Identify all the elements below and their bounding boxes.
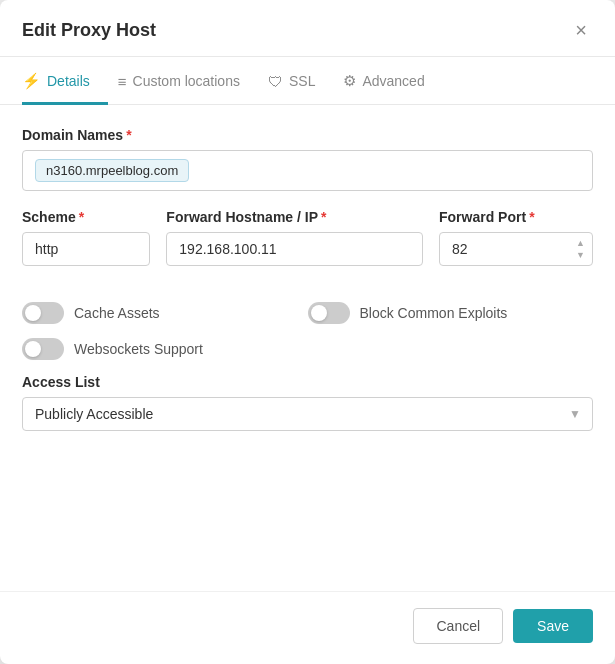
block-exploits-group: Block Common Exploits: [308, 302, 594, 324]
block-exploits-toggle[interactable]: [308, 302, 350, 324]
modal-header: Edit Proxy Host ×: [0, 0, 615, 57]
websockets-group: Websockets Support: [22, 338, 593, 360]
forward-port-label: Forward Port *: [439, 209, 593, 225]
access-list-section: Access List Publicly Accessible ▼: [22, 374, 593, 431]
tab-ssl[interactable]: 🛡 SSL: [268, 59, 333, 105]
cancel-button[interactable]: Cancel: [413, 608, 503, 644]
details-icon: ⚡: [22, 72, 41, 90]
port-decrement-button[interactable]: ▼: [574, 250, 587, 261]
websockets-toggle[interactable]: [22, 338, 64, 360]
custom-locations-icon: ≡: [118, 73, 127, 90]
modal-footer: Cancel Save: [0, 591, 615, 664]
tab-custom-locations[interactable]: ≡ Custom locations: [118, 59, 258, 105]
forward-port-input[interactable]: [439, 232, 593, 266]
tab-custom-locations-label: Custom locations: [133, 73, 240, 89]
forward-hostname-input[interactable]: [166, 232, 423, 266]
cache-assets-toggle[interactable]: [22, 302, 64, 324]
cache-assets-group: Cache Assets: [22, 302, 308, 324]
cache-assets-knob: [25, 305, 41, 321]
cache-assets-label: Cache Assets: [74, 305, 160, 321]
forward-port-group: Forward Port * ▲ ▼: [439, 209, 593, 266]
domain-names-label: Domain Names *: [22, 127, 593, 143]
access-list-select[interactable]: Publicly Accessible: [22, 397, 593, 431]
modal-body: Domain Names * n3160.mrpeelblog.com Sche…: [0, 105, 615, 591]
tab-advanced-label: Advanced: [362, 73, 424, 89]
access-list-label: Access List: [22, 374, 593, 390]
tab-details[interactable]: ⚡ Details: [22, 58, 108, 105]
ssl-icon: 🛡: [268, 73, 283, 90]
domain-names-required: *: [126, 127, 131, 143]
block-exploits-label: Block Common Exploits: [360, 305, 508, 321]
port-spinners: ▲ ▼: [574, 238, 587, 261]
forward-port-required: *: [529, 209, 534, 225]
scheme-required: *: [79, 209, 84, 225]
tab-details-label: Details: [47, 73, 90, 89]
close-button[interactable]: ×: [569, 18, 593, 42]
block-exploits-knob: [311, 305, 327, 321]
domain-names-group: Domain Names * n3160.mrpeelblog.com: [22, 127, 593, 191]
scheme-hostname-port-row: Scheme * Forward Hostname / IP * Forward…: [22, 209, 593, 284]
websockets-knob: [25, 341, 41, 357]
scheme-label: Scheme *: [22, 209, 150, 225]
scheme-input[interactable]: [22, 232, 150, 266]
forward-hostname-required: *: [321, 209, 326, 225]
tab-bar: ⚡ Details ≡ Custom locations 🛡 SSL ⚙ Adv…: [0, 57, 615, 105]
scheme-group: Scheme *: [22, 209, 150, 266]
cache-block-row: Cache Assets Block Common Exploits: [22, 302, 593, 324]
forward-hostname-label: Forward Hostname / IP *: [166, 209, 423, 225]
domain-tag: n3160.mrpeelblog.com: [35, 159, 189, 182]
advanced-icon: ⚙: [343, 72, 356, 90]
tab-advanced[interactable]: ⚙ Advanced: [343, 58, 442, 105]
modal-title: Edit Proxy Host: [22, 20, 156, 41]
save-button[interactable]: Save: [513, 609, 593, 643]
access-list-wrapper: Publicly Accessible ▼: [22, 397, 593, 431]
domain-names-input[interactable]: n3160.mrpeelblog.com: [22, 150, 593, 191]
forward-hostname-group: Forward Hostname / IP *: [166, 209, 423, 266]
port-input-wrapper: ▲ ▼: [439, 232, 593, 266]
websockets-row: Websockets Support: [22, 338, 593, 360]
tab-ssl-label: SSL: [289, 73, 315, 89]
edit-proxy-host-modal: Edit Proxy Host × ⚡ Details ≡ Custom loc…: [0, 0, 615, 664]
websockets-label: Websockets Support: [74, 341, 203, 357]
port-increment-button[interactable]: ▲: [574, 238, 587, 249]
